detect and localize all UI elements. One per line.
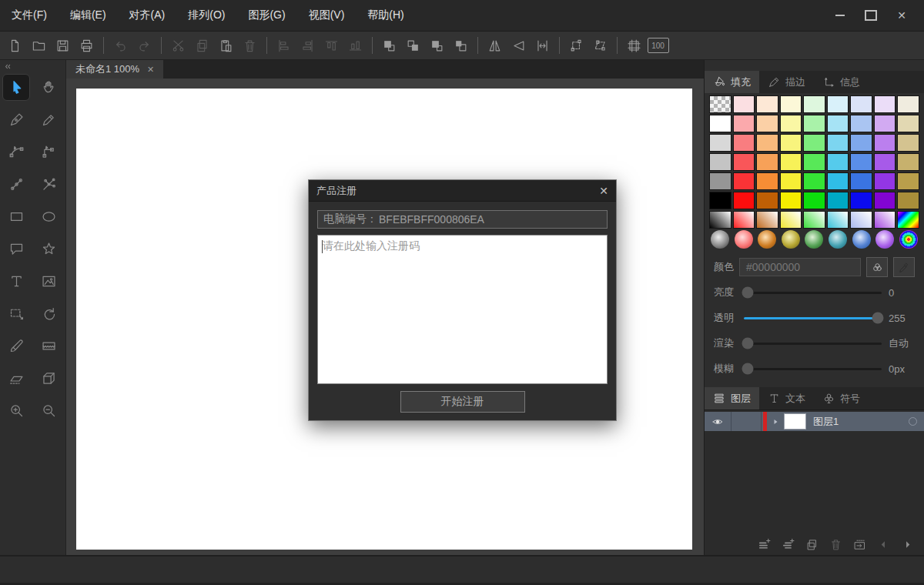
menu-item-6[interactable]: 视图(V)	[297, 0, 357, 31]
color-swatch[interactable]	[803, 95, 825, 113]
send-backward-button[interactable]	[425, 35, 449, 56]
select-tool[interactable]	[2, 74, 30, 101]
document-tab[interactable]: 未命名1 100% ✕	[66, 60, 163, 79]
transform-nodes-button[interactable]	[564, 35, 588, 56]
color-swatch[interactable]	[829, 230, 847, 249]
open-folder-button[interactable]	[27, 35, 51, 56]
模糊-slider[interactable]	[744, 368, 882, 370]
color-swatch[interactable]	[709, 172, 732, 190]
marquee-tool[interactable]	[2, 300, 30, 327]
zoom-in-tool[interactable]	[2, 397, 30, 424]
menu-item-5[interactable]: 图形(G)	[236, 0, 296, 31]
color-swatch[interactable]	[899, 230, 918, 249]
ellipse-tool[interactable]	[35, 203, 63, 230]
color-swatch[interactable]	[711, 230, 729, 249]
color-swatch[interactable]	[897, 134, 919, 152]
color-swatch[interactable]	[780, 134, 802, 152]
color-swatch[interactable]	[874, 211, 896, 229]
color-swatch[interactable]	[827, 211, 849, 229]
menu-item-7[interactable]: 帮助(H)	[356, 0, 415, 31]
color-swatch[interactable]	[756, 172, 778, 190]
color-wheel-button[interactable]	[866, 257, 888, 277]
color-swatch[interactable]	[897, 172, 919, 190]
registration-code-textarea[interactable]: 请在此处输入注册码	[317, 235, 608, 384]
color-swatch[interactable]	[758, 230, 776, 249]
color-swatch[interactable]	[709, 134, 732, 152]
color-swatch[interactable]	[709, 192, 732, 209]
color-swatch[interactable]	[874, 153, 896, 171]
collapse-handle[interactable]	[0, 60, 65, 72]
color-swatch[interactable]	[733, 172, 755, 190]
merge-export-button[interactable]	[850, 536, 869, 554]
color-swatch[interactable]	[803, 211, 825, 229]
color-swatch[interactable]	[709, 95, 732, 113]
color-swatch[interactable]	[780, 115, 802, 132]
paste-button[interactable]	[214, 35, 238, 56]
layer-visibility-toggle[interactable]	[705, 412, 732, 431]
send-to-back-button[interactable]	[449, 35, 473, 56]
color-swatch[interactable]	[897, 192, 919, 209]
color-swatch[interactable]	[852, 230, 871, 249]
color-swatch[interactable]	[733, 211, 755, 229]
color-swatch[interactable]	[803, 115, 825, 132]
color-swatch[interactable]	[733, 192, 755, 209]
color-swatch[interactable]	[827, 172, 849, 190]
gradient-tool[interactable]	[2, 171, 30, 198]
zoom-100-button[interactable]: 100	[646, 35, 670, 56]
layer-expand-arrow[interactable]	[767, 417, 784, 426]
next-layer-button[interactable]	[898, 536, 916, 554]
flip-horizontal-button[interactable]	[483, 35, 507, 56]
curve-tool[interactable]	[2, 139, 30, 165]
image-tool[interactable]	[35, 268, 63, 295]
color-swatch[interactable]	[874, 172, 896, 190]
close-window-button[interactable]: ✕	[889, 5, 915, 25]
color-swatch[interactable]	[850, 115, 872, 132]
color-swatch[interactable]	[850, 153, 872, 171]
color-swatch[interactable]	[827, 153, 849, 171]
add-layer-button[interactable]	[755, 536, 773, 554]
color-swatch[interactable]	[780, 172, 802, 190]
color-swatch[interactable]	[756, 134, 778, 152]
color-swatch[interactable]	[874, 95, 896, 113]
color-swatch[interactable]	[874, 115, 896, 132]
color-swatch[interactable]	[803, 172, 825, 190]
layer-target-radio[interactable]	[909, 417, 917, 426]
color-swatch[interactable]	[733, 115, 755, 132]
new-file-button[interactable]	[3, 35, 27, 56]
flip-vertical-button[interactable]	[507, 35, 531, 56]
transform-skew-button[interactable]	[588, 35, 612, 56]
color-swatch[interactable]	[827, 134, 849, 152]
color-swatch[interactable]	[875, 230, 894, 249]
menu-item-4[interactable]: 排列(O)	[176, 0, 236, 31]
save-button[interactable]	[51, 35, 75, 56]
color-swatch[interactable]	[780, 153, 802, 171]
渲染-slider[interactable]	[744, 343, 882, 345]
color-swatch[interactable]	[735, 230, 753, 249]
color-swatch[interactable]	[756, 95, 778, 113]
print-button[interactable]	[75, 35, 99, 56]
hand-tool[interactable]	[35, 74, 63, 101]
tab-info-axes[interactable]: 信息	[814, 71, 869, 93]
polyline-tool[interactable]	[35, 139, 63, 165]
color-swatch[interactable]	[709, 153, 732, 171]
match-size-button[interactable]	[531, 35, 554, 56]
color-swatch[interactable]	[897, 115, 919, 132]
star-tool[interactable]	[35, 236, 63, 262]
color-swatch[interactable]	[874, 134, 896, 152]
pen-tool[interactable]	[2, 106, 30, 133]
color-swatch[interactable]	[850, 211, 872, 229]
tab-text-tab[interactable]: 文本	[759, 387, 814, 410]
document-tab-close-icon[interactable]: ✕	[147, 65, 154, 75]
bring-to-front-button[interactable]	[377, 35, 401, 56]
color-swatch[interactable]	[756, 153, 778, 171]
透明-slider[interactable]	[744, 317, 882, 319]
rotate-tool[interactable]	[35, 300, 63, 327]
color-swatch[interactable]	[780, 192, 802, 209]
color-swatch[interactable]	[827, 115, 849, 132]
text-tool[interactable]	[2, 268, 30, 295]
shear-tool[interactable]	[2, 365, 30, 392]
wave-tool[interactable]	[35, 333, 63, 359]
color-swatch[interactable]	[782, 230, 800, 249]
slider-thumb[interactable]	[742, 287, 754, 299]
slider-thumb[interactable]	[742, 338, 754, 349]
